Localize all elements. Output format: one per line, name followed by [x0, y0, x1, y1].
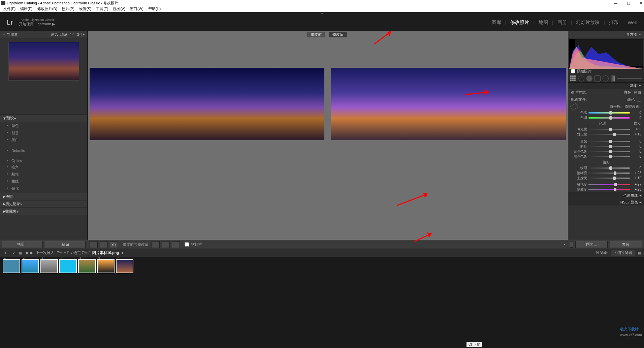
history-header[interactable]: ▶历史记录×	[0, 200, 87, 208]
menu-photo[interactable]: 照片(P)	[61, 6, 76, 11]
reset-button[interactable]: 复位	[610, 241, 642, 248]
survey-view-icon[interactable]: Y|Y	[110, 241, 118, 248]
crop-tool-icon[interactable]	[570, 75, 576, 82]
menu-file[interactable]: 文件(F)	[2, 6, 17, 11]
tint-value[interactable]: 0	[631, 116, 641, 120]
radial-tool-icon[interactable]	[603, 75, 609, 82]
monitor-1-icon[interactable]: 1	[3, 251, 8, 255]
treatment-color[interactable]: 彩色	[624, 90, 631, 95]
copy-before-icon[interactable]	[162, 241, 170, 248]
sync-button[interactable]: 同步...	[575, 241, 608, 248]
preset-vignette[interactable]: 暗角	[0, 164, 87, 171]
zoom-1-1[interactable]: 1:1	[70, 33, 75, 37]
filmstrip-thumb-1[interactable]: 1	[3, 259, 20, 273]
panel-switch-icon[interactable]	[570, 242, 573, 248]
original-checkbox[interactable]	[571, 69, 575, 73]
module-print[interactable]: 打印	[609, 20, 618, 26]
exposure-slider[interactable]	[588, 129, 630, 130]
vibrance-value[interactable]: + 27	[631, 183, 641, 186]
tint-slider[interactable]	[588, 117, 630, 119]
tonecurve-header[interactable]: 色调曲线◀	[568, 192, 644, 199]
menu-edit[interactable]: 编辑(E)	[19, 6, 34, 11]
zoom-fit[interactable]: 适合	[51, 32, 58, 37]
grad-tool-icon[interactable]	[594, 75, 601, 82]
preset-bw[interactable]: 黑白	[0, 136, 87, 144]
preset-creative[interactable]: 创意	[0, 129, 87, 136]
source-label[interactable]: 上一次导入	[36, 250, 54, 255]
saturation-value[interactable]: + 23	[631, 188, 641, 191]
hsl-header[interactable]: HSL / 颜色◀	[568, 199, 644, 205]
histogram-display[interactable]	[569, 39, 643, 67]
prev-photo-icon[interactable]: ◀	[25, 251, 28, 255]
profile-value[interactable]: 颜色 :	[627, 97, 637, 102]
module-map[interactable]: 地图	[539, 20, 548, 26]
shadows-value[interactable]: 0	[631, 145, 641, 148]
eyedropper-icon[interactable]	[570, 103, 578, 110]
filter-lock-icon[interactable]: ▦	[638, 251, 641, 255]
module-slideshow[interactable]: 幻灯片放映	[576, 20, 600, 26]
zoom-fill[interactable]: 填满	[60, 32, 68, 37]
vibrance-slider[interactable]	[588, 184, 630, 185]
start-link[interactable]: 开始使用 Lightroom ▶	[19, 22, 55, 27]
compare-view-icon[interactable]	[100, 241, 108, 248]
softproof-checkbox[interactable]	[185, 242, 189, 247]
collections-header[interactable]: ▶收藏夹+	[0, 208, 87, 215]
highlights-slider[interactable]	[588, 141, 630, 142]
exposure-value[interactable]: 0.00	[631, 127, 641, 131]
paste-button[interactable]: 粘贴	[45, 241, 86, 248]
window-minimize[interactable]: —	[614, 1, 617, 5]
filter-dropdown[interactable]: 关闭过滤器	[611, 250, 635, 256]
window-close[interactable]: ✕	[640, 1, 643, 5]
navigator-header[interactable]: ▼ 导航器 适合 填满 1:1 3:1 ♦	[0, 31, 87, 38]
highlights-value[interactable]: 0	[631, 139, 641, 143]
collections-add-icon[interactable]: +	[17, 210, 19, 214]
menu-settings[interactable]: 设置(S)	[78, 6, 93, 11]
grid-icon[interactable]: ▦	[19, 251, 22, 255]
preset-sharpen[interactable]: 锐化	[0, 185, 87, 192]
after-image[interactable]	[331, 68, 566, 140]
copy-after-icon[interactable]	[172, 241, 180, 248]
filmstrip-thumb-4[interactable]: 4	[59, 259, 77, 273]
preset-color[interactable]: 颜色	[0, 122, 87, 129]
toolbar-collapse-icon[interactable]: ▼	[563, 243, 566, 246]
contrast-value[interactable]: + 19	[631, 132, 641, 136]
contrast-slider[interactable]	[588, 134, 630, 135]
preset-defaults[interactable]: Defaults	[0, 148, 87, 154]
loupe-view-icon[interactable]	[90, 241, 98, 248]
filmstrip-thumb-6[interactable]: 6	[97, 259, 115, 273]
presets-add-icon[interactable]: +	[14, 116, 16, 120]
whites-slider[interactable]	[588, 151, 630, 152]
filmstrip-thumb-3[interactable]: 3	[40, 259, 58, 273]
saturation-slider[interactable]	[588, 189, 630, 190]
snapshots-add-icon[interactable]: +	[13, 195, 15, 199]
before-image[interactable]	[90, 68, 324, 140]
module-book[interactable]: 画册	[557, 20, 567, 26]
filmstrip-thumb-2[interactable]: 2	[22, 259, 39, 273]
whites-value[interactable]: 0	[631, 150, 641, 153]
menu-window[interactable]: 窗口(W)	[129, 6, 145, 11]
monitor-2-icon[interactable]: 2	[11, 251, 16, 255]
module-library[interactable]: 图库	[492, 20, 501, 26]
snapshots-header[interactable]: ▶快照+	[0, 193, 87, 200]
blacks-slider[interactable]	[588, 156, 630, 157]
zoom-3-1[interactable]: 3:1	[77, 33, 82, 37]
menu-help[interactable]: 帮助(H)	[147, 6, 162, 11]
spot-tool-icon[interactable]	[578, 75, 584, 82]
dehaze-value[interactable]: + 19	[631, 176, 641, 180]
wb-value[interactable]: 原照设置 :	[624, 104, 641, 109]
window-maximize[interactable]: ▢	[627, 1, 630, 5]
filmstrip-thumb-7[interactable]: 7	[116, 259, 133, 273]
basic-header[interactable]: 基本 ▼	[568, 82, 644, 89]
temp-value[interactable]: 0	[631, 111, 641, 115]
presets-header[interactable]: ▼预设+	[0, 114, 87, 122]
swap-icon[interactable]	[152, 241, 160, 248]
clarity-value[interactable]: + 23	[631, 171, 641, 175]
history-clear-icon[interactable]: ×	[20, 202, 22, 206]
menu-view[interactable]: 视图(V)	[111, 6, 127, 11]
filmstrip-thumb-5[interactable]: 5	[78, 259, 96, 273]
profile-browser-icon[interactable]	[637, 98, 641, 102]
navigator-preview[interactable]	[8, 42, 79, 81]
preset-grain[interactable]: 颗粒	[0, 171, 87, 178]
shadows-slider[interactable]	[588, 146, 630, 147]
clarity-slider[interactable]	[588, 172, 630, 174]
